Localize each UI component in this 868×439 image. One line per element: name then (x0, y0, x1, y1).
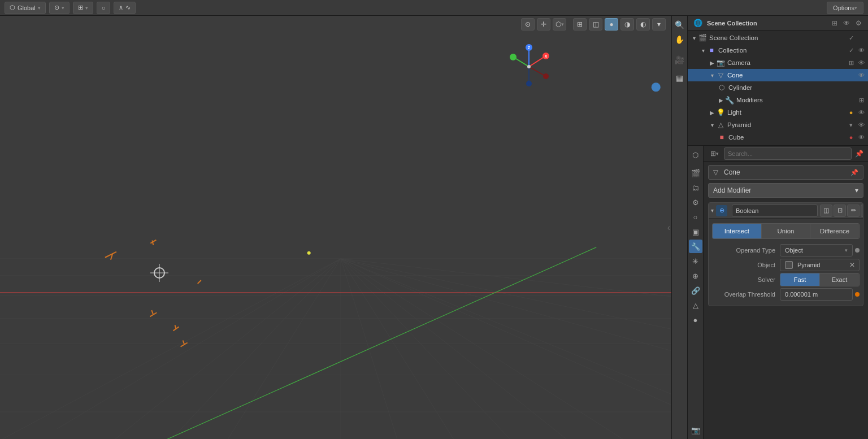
object-clear-btn[interactable]: ✕ (848, 260, 857, 270)
viewport[interactable]: ⊙ ✛ ⬡ ▾ ⊞ ◫ ● ◑ ◐ (0, 16, 687, 439)
transform-orientation[interactable]: ⬡ Global ▾ (5, 2, 46, 14)
pin-icon: 📌 (855, 150, 863, 158)
outliner-item-modifiers[interactable]: ▶ 🔧 Modifiers ⊞ (688, 94, 868, 106)
properties-content: ⊞ ▾ 📌 ▽ Cone 📌 Add M (704, 146, 868, 439)
object-field-value[interactable]: Pyramid ✕ (780, 259, 860, 271)
proportional-size[interactable]: ○ (97, 2, 111, 14)
scene-props-btn[interactable]: 🎬 (689, 166, 702, 180)
outliner-item-cylinder[interactable]: ⬡ Cylinder (688, 81, 868, 94)
add-modifier-btn[interactable]: Add Modifier ▾ (708, 183, 863, 198)
operand-type-value[interactable]: Object ▾ (780, 244, 853, 257)
overlap-threshold-value[interactable]: 0.000001 m (780, 288, 853, 301)
render-btn[interactable]: 📷 (689, 423, 702, 437)
light-icon: 💡 (716, 108, 725, 117)
cube-eye-btn[interactable]: 👁 (857, 133, 866, 142)
svg-point-46 (510, 54, 517, 60)
solid-shading-btn[interactable]: ● (605, 18, 618, 31)
cube-type-icon: ● (847, 133, 856, 142)
intersect-btn[interactable]: Intersect (713, 224, 762, 238)
outliner: 🌐 Scene Collection ⊞ 👁 ⚙ ▾ 🎬 Scene Colle… (688, 16, 868, 146)
solver-exact-label: Exact (832, 276, 848, 283)
operand-type-label: Operand Type (712, 247, 780, 254)
modifiers-options[interactable]: ⊞ (857, 95, 866, 105)
material-btn[interactable]: ● (689, 313, 702, 327)
outliner-item-light[interactable]: ▶ 💡 Light ● 👁 (688, 106, 868, 119)
solver-fast-label: Fast (794, 276, 806, 283)
scene-collection-hide-viewport[interactable] (857, 33, 866, 42)
transform-gizmos[interactable]: ∧ ∿ (114, 2, 136, 14)
gizmo-icon: ∧ (119, 4, 123, 11)
zoom-to-fit-btn[interactable]: 🔍 (673, 18, 687, 32)
wireframe-shading-btn[interactable]: ◫ (589, 18, 602, 31)
gizmo-display-icon: ✛ (541, 20, 546, 28)
outliner-item-scene-collection[interactable]: ▾ 🎬 Scene Collection ✓ (688, 32, 868, 44)
scene-collection-right: ✓ (847, 33, 866, 42)
viewport-shading-dropdown[interactable]: ⬡ ▾ (553, 18, 566, 31)
props-mode-dropdown[interactable]: ⊞ ▾ (708, 147, 721, 160)
collection-right: ✓ 👁 (847, 46, 866, 55)
world-btn[interactable]: ○ (689, 210, 702, 224)
difference-btn[interactable]: Difference (810, 224, 859, 238)
outliner-item-cube[interactable]: ■ Cube ● 👁 (688, 131, 868, 144)
object-data-btn[interactable]: △ (689, 298, 702, 312)
scene-btn[interactable]: ⚙ (689, 195, 702, 209)
modifier-edit-btn[interactable]: ✏ (847, 205, 860, 217)
pyramid-eye-btn[interactable]: 👁 (857, 120, 866, 129)
boolean-modifier-card: ▾ ⊕ ◫ ⊡ ✏ ▾ ✕ (708, 202, 863, 306)
cone-eye-btn[interactable]: 👁 (857, 71, 866, 80)
modifier-expand-more-btn[interactable]: ▾ (861, 205, 863, 217)
solver-label: Solver (712, 276, 780, 283)
modifier-expand-arrow[interactable]: ▾ (711, 207, 714, 214)
camera-eye-btn[interactable]: 👁 (857, 58, 866, 67)
physics-btn[interactable]: ⊕ (689, 269, 702, 282)
solver-exact-btn[interactable]: Exact (820, 273, 859, 286)
rendered-shading-btn[interactable]: ◐ (636, 18, 650, 31)
maximize-area-btn[interactable]: ⊞ (573, 18, 587, 31)
outliner-item-collection[interactable]: ▾ ■ Collection ✓ 👁 (688, 44, 868, 56)
outliner-item-camera[interactable]: ▶ 📷 Camera ⊞ 👁 (688, 56, 868, 69)
overlap-threshold-row: Overlap Threshold 0.000001 m (712, 288, 860, 301)
properties-header: ⊞ ▾ 📌 (704, 146, 868, 162)
viewport-overlays-btn[interactable]: ⊙ (521, 18, 535, 31)
camera-options-btn[interactable]: ⊞ (847, 58, 856, 67)
material-shading-btn[interactable]: ◑ (620, 18, 634, 31)
scene-collection-visibility[interactable]: ✓ (847, 33, 856, 42)
active-tool-btn[interactable]: ⬡ (689, 148, 702, 162)
outliner-item-pyramid[interactable]: ▾ △ Pyramid ▾ 👁 (688, 119, 868, 131)
outliner-settings-filter[interactable]: ⚙ (853, 18, 863, 28)
snap-settings[interactable]: ⊞ ▾ (73, 2, 93, 14)
modifier-name-field[interactable] (732, 205, 818, 217)
light-type-icon[interactable]: ● (847, 108, 856, 117)
union-btn[interactable]: Union (762, 224, 811, 238)
properties-search[interactable] (724, 147, 852, 160)
modifier-props-btn[interactable]: 🔧 (689, 240, 702, 253)
grid-btn[interactable]: ▦ (673, 71, 687, 85)
solver-fast-btn[interactable]: Fast (780, 273, 820, 286)
shading-options-btn[interactable]: ▾ (652, 18, 666, 31)
viewport-gizmos-btn[interactable]: ✛ (537, 18, 550, 31)
properties-sidebar: ⬡ 🎬 🗂 ⚙ ○ ▣ 🔧 ✳ ⊕ 🔗 △ ● 📷 (688, 146, 704, 439)
camera-label: Camera (727, 59, 847, 66)
outliner-item-cone[interactable]: ▾ ▽ Cone 👁 (688, 69, 868, 81)
outliner-eye-filter[interactable]: 👁 (841, 18, 852, 28)
modifier-viewport-btn[interactable]: ⊡ (834, 205, 846, 217)
light-eye-btn[interactable]: 👁 (857, 108, 866, 117)
solver-buttons: Fast Exact (780, 273, 860, 286)
camera-btn[interactable]: 🎥 (673, 53, 687, 67)
view-layer-btn[interactable]: 🗂 (689, 181, 702, 194)
viewport-gizmo[interactable]: Z X (506, 44, 552, 89)
constraints-btn[interactable]: 🔗 (689, 284, 702, 297)
proportional-editing[interactable]: ⊙ ▾ (49, 2, 70, 14)
object-props-btn[interactable]: ▣ (689, 225, 702, 238)
modifier-render-btn[interactable]: ◫ (820, 205, 832, 217)
collection-visibility-check[interactable]: ✓ (847, 46, 856, 55)
cone-arrow: ▾ (708, 71, 716, 79)
particles-btn[interactable]: ✳ (689, 254, 702, 268)
svg-point-38 (652, 82, 661, 92)
collection-eye-btn[interactable]: 👁 (857, 46, 866, 55)
overlap-threshold-label: Overlap Threshold (712, 291, 780, 298)
outliner-filter-btn[interactable]: ⊞ (830, 18, 840, 28)
options-button[interactable]: Options ▾ (827, 2, 863, 14)
hide-panel-arrow[interactable]: ‹ (667, 223, 670, 233)
pan-btn[interactable]: ✋ (673, 33, 687, 46)
